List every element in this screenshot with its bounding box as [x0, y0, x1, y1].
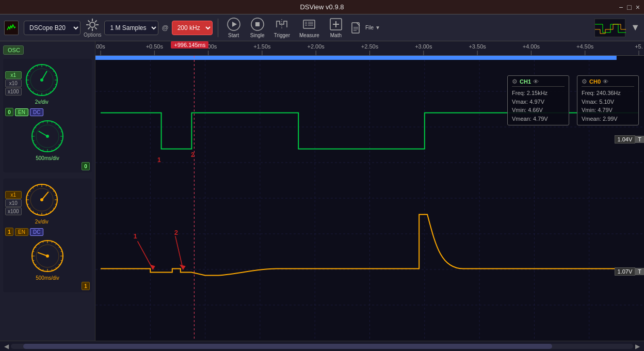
ch1-probe-x100[interactable]: x100	[5, 88, 22, 95]
waveform-area[interactable]: ⚙ CH1 👁 Freq: 2.15kHz Vmax: 4.97V Vmin: …	[95, 56, 644, 341]
start-label: Start	[228, 33, 239, 38]
freq-select[interactable]: 200 kHz	[172, 21, 213, 35]
time-ruler: +996.145ms 00s+0.50s+1.00s+1.50s+2.00s+2…	[95, 41, 644, 56]
scroll-thumb[interactable]	[23, 344, 552, 349]
ch1-vmax: Vmax: 4.97V	[512, 98, 544, 106]
ch1-info-panel: ⚙ CH1 👁 Freq: 2.15kHz Vmax: 4.97V Vmin: …	[507, 75, 569, 125]
ch2-probe-x1[interactable]: x1	[5, 191, 22, 199]
options-button[interactable]: Options	[84, 18, 101, 38]
ch2-dc-button[interactable]: DC	[30, 228, 43, 236]
ch1-probe-x1[interactable]: x1	[5, 71, 22, 79]
measure-label: Measure	[299, 33, 319, 38]
trig2-level: 1.07V	[615, 267, 636, 276]
ch2-probe-x10[interactable]: x10	[5, 199, 22, 207]
channel2-block: x1 x10 x100 2v/div 1 EN DC 500ms/div 1	[3, 179, 92, 292]
svg-text:+5.: +5.	[635, 43, 643, 50]
scroll-left[interactable]: ◀	[2, 343, 11, 350]
ch1-probe-x10[interactable]: x10	[5, 79, 22, 87]
svg-rect-14	[303, 20, 315, 28]
single-button[interactable]: Single	[247, 16, 268, 39]
ch2-vdiv-dial[interactable]: 2v/div	[24, 182, 60, 225]
annotation-1: 1	[157, 156, 161, 164]
ch0-vmax: Vmax: 5.10V	[582, 98, 614, 106]
ch1-header-label: CH1	[520, 78, 531, 85]
scrollbar[interactable]: ◀ ▶	[0, 341, 644, 351]
ch1-dc-button[interactable]: DC	[30, 108, 43, 116]
svg-line-6	[95, 27, 97, 29]
ch0-header-label: CH0	[589, 78, 601, 85]
svg-text:+3.00s: +3.00s	[415, 43, 432, 50]
ch0-freq-row: Freq: 240.36Hz	[582, 89, 634, 98]
math-button[interactable]: Math	[326, 16, 346, 39]
trigger-button[interactable]: Trigger	[271, 16, 293, 39]
svg-rect-12	[255, 22, 260, 26]
annotation-2: 2	[191, 151, 195, 158]
ch1-vmin-row: Vmin: 4.66V	[512, 106, 565, 115]
svg-text:+2.00s: +2.00s	[308, 43, 325, 50]
ch0-vmin-row: Vmin: 4.79V	[582, 106, 634, 115]
sidebar: OSC x1 x10 x100 2v/div 0 EN DC	[0, 41, 95, 341]
oscilloscope-display[interactable]: +996.145ms 00s+0.50s+1.00s+1.50s+2.00s+2…	[95, 41, 644, 341]
logo	[4, 21, 19, 35]
minimize-button[interactable]: −	[619, 3, 623, 11]
ch1-gear-icon[interactable]: ⚙	[512, 78, 518, 85]
maximize-button[interactable]: □	[627, 3, 631, 11]
ch0-vmax-row: Vmax: 5.10V	[582, 98, 634, 106]
app-title: DSView v0.9.8	[300, 3, 344, 11]
options-label: Options	[84, 32, 101, 38]
measure-button[interactable]: Measure	[296, 16, 323, 39]
device-select[interactable]: DSCope B20	[24, 21, 81, 35]
trig2-T: T	[635, 268, 644, 275]
file-button[interactable]: File ▼	[349, 21, 380, 35]
ch2-probe-x100[interactable]: x100	[5, 208, 22, 215]
ch1-eye-icon[interactable]: 👁	[533, 78, 539, 85]
start-button[interactable]: Start	[223, 16, 244, 39]
svg-text:+4.00s: +4.00s	[523, 43, 540, 50]
trig1-level: 1.04V	[615, 135, 636, 143]
toolbar: DSCope B20 Options 1 M Samples @ 200 kHz…	[0, 14, 644, 41]
ch0-gear-icon[interactable]: ⚙	[582, 78, 587, 85]
osc-button[interactable]: OSC	[3, 45, 24, 55]
main-area: OSC x1 x10 x100 2v/div 0 EN DC	[0, 41, 644, 341]
ch1-vmin: Vmin: 4.66V	[512, 106, 543, 115]
window-controls[interactable]: − □ ×	[619, 3, 640, 11]
math-label: Math	[330, 33, 342, 38]
ch0-vmean: Vmean: 2.99V	[582, 115, 618, 123]
ch1-vmean: Vmean: 4.79V	[512, 115, 548, 123]
ch1-time-label: 500ms/div	[36, 155, 59, 161]
ch0-eye-icon[interactable]: 👁	[603, 78, 608, 85]
svg-line-7	[95, 21, 97, 23]
separator	[218, 19, 218, 37]
ch1-vmax-row: Vmax: 4.97V	[512, 98, 565, 106]
at-label: @	[162, 24, 168, 31]
ch2-en-button[interactable]: EN	[15, 228, 28, 236]
ch1-time-dial[interactable]: 500ms/div	[5, 118, 90, 161]
channel1-block: x1 x10 x100 2v/div 0 EN DC 500ms/div 0	[3, 59, 92, 172]
ch0-freq: Freq: 240.36Hz	[582, 89, 621, 98]
svg-text:+2.50s: +2.50s	[361, 43, 379, 50]
svg-line-8	[88, 27, 90, 29]
svg-line-5	[88, 21, 90, 23]
ch2-time-dial[interactable]: 500ms/div	[5, 238, 90, 281]
ch1-id-badge: 0	[5, 108, 13, 116]
ch2-time-label: 500ms/div	[36, 275, 59, 281]
scroll-track[interactable]	[11, 344, 633, 349]
trig1-T: T	[635, 136, 644, 143]
ch2-id-badge: 1	[5, 228, 13, 236]
svg-text:00s: 00s	[96, 43, 105, 50]
svg-text:+4.50s: +4.50s	[576, 43, 594, 50]
signal-preview	[594, 19, 625, 37]
trig1-indicator: 1.04V T	[615, 135, 644, 143]
ch1-vdiv-dial[interactable]: 2v/div	[24, 62, 60, 105]
svg-point-0	[90, 22, 95, 27]
svg-text:+3.50s: +3.50s	[469, 43, 486, 50]
preview-expand[interactable]: ▼	[631, 22, 640, 33]
close-button[interactable]: ×	[636, 3, 640, 11]
scroll-right[interactable]: ▶	[633, 343, 642, 350]
cursor-time-label: +996.145ms	[171, 41, 208, 49]
ch0-vmin: Vmin: 4.79V	[582, 106, 613, 115]
single-label: Single	[250, 33, 265, 38]
samples-select[interactable]: 1 M Samples	[104, 21, 158, 35]
ch1-en-button[interactable]: EN	[15, 108, 28, 116]
ch1-offset-badge: 0	[82, 162, 90, 170]
